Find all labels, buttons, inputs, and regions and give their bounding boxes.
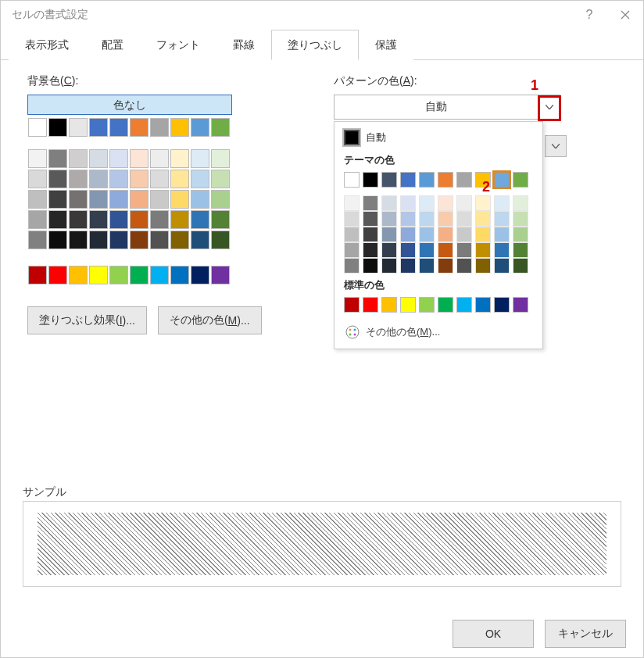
theme-tint-swatch[interactable] — [381, 211, 397, 227]
color-swatch[interactable] — [69, 149, 88, 168]
theme-tint-swatch[interactable] — [513, 195, 528, 211]
color-swatch[interactable] — [69, 118, 88, 137]
theme-tint-swatch[interactable] — [419, 258, 435, 274]
color-swatch[interactable] — [150, 149, 169, 168]
color-swatch[interactable] — [130, 149, 148, 168]
automatic-color-option[interactable]: 自動 — [344, 130, 533, 145]
theme-tint-swatch[interactable] — [400, 195, 416, 211]
theme-tint-swatch[interactable] — [513, 258, 528, 274]
color-swatch[interactable] — [150, 170, 169, 188]
theme-tint-swatch[interactable] — [438, 242, 453, 258]
more-colors-button[interactable]: その他の色(M)... — [158, 306, 262, 334]
color-swatch[interactable] — [170, 170, 189, 188]
standard-color-swatch[interactable] — [344, 297, 360, 313]
theme-tint-swatch[interactable] — [438, 195, 453, 211]
close-icon[interactable] — [607, 1, 643, 29]
theme-tint-swatch[interactable] — [363, 258, 378, 274]
theme-tint-swatch[interactable] — [381, 227, 397, 242]
color-swatch[interactable] — [150, 190, 169, 209]
color-swatch[interactable] — [150, 118, 169, 137]
theme-tint-swatch[interactable] — [475, 242, 491, 258]
color-swatch[interactable] — [48, 231, 67, 249]
color-swatch[interactable] — [150, 231, 169, 249]
color-swatch[interactable] — [69, 190, 88, 209]
color-swatch[interactable] — [28, 190, 47, 209]
standard-color-swatch[interactable] — [363, 297, 378, 313]
color-swatch[interactable] — [170, 190, 189, 209]
color-swatch[interactable] — [48, 210, 67, 229]
color-swatch[interactable] — [109, 170, 128, 188]
pattern-style-dropdown-button[interactable] — [545, 135, 567, 157]
color-swatch[interactable] — [28, 118, 47, 137]
color-swatch[interactable] — [191, 118, 209, 137]
theme-color-swatch[interactable] — [513, 172, 528, 188]
color-swatch[interactable] — [48, 149, 67, 168]
standard-color-swatch[interactable] — [69, 266, 88, 284]
theme-tint-swatch[interactable] — [419, 242, 435, 258]
theme-tint-swatch[interactable] — [400, 227, 416, 242]
color-swatch[interactable] — [150, 210, 169, 229]
color-swatch[interactable] — [28, 170, 47, 188]
theme-tint-swatch[interactable] — [494, 258, 510, 274]
color-swatch[interactable] — [89, 149, 108, 168]
tab-alignment[interactable]: 配置 — [85, 30, 140, 60]
theme-color-swatch[interactable] — [381, 172, 397, 188]
color-swatch[interactable] — [109, 190, 128, 209]
standard-color-swatch[interactable] — [191, 266, 209, 284]
standard-color-swatch[interactable] — [400, 297, 416, 313]
theme-tint-swatch[interactable] — [456, 195, 472, 211]
theme-color-swatch[interactable] — [494, 172, 510, 188]
tab-fill[interactable]: 塗りつぶし — [271, 30, 359, 60]
color-swatch[interactable] — [170, 210, 189, 229]
color-swatch[interactable] — [170, 231, 189, 249]
theme-tint-swatch[interactable] — [419, 211, 435, 227]
theme-tint-swatch[interactable] — [363, 195, 378, 211]
theme-tint-swatch[interactable] — [381, 242, 397, 258]
theme-tint-swatch[interactable] — [400, 211, 416, 227]
theme-tint-swatch[interactable] — [456, 258, 472, 274]
color-swatch[interactable] — [191, 190, 209, 209]
theme-color-swatch[interactable] — [419, 172, 435, 188]
theme-color-swatch[interactable] — [363, 172, 378, 188]
color-swatch[interactable] — [89, 231, 108, 249]
standard-color-swatch[interactable] — [211, 266, 230, 284]
color-swatch[interactable] — [211, 118, 230, 137]
theme-tint-swatch[interactable] — [456, 227, 472, 242]
theme-tint-swatch[interactable] — [513, 227, 528, 242]
theme-tint-swatch[interactable] — [456, 242, 472, 258]
standard-color-swatch[interactable] — [170, 266, 189, 284]
standard-color-swatch[interactable] — [513, 297, 528, 313]
theme-tint-swatch[interactable] — [513, 211, 528, 227]
theme-tint-swatch[interactable] — [344, 258, 360, 274]
color-swatch[interactable] — [170, 149, 189, 168]
theme-tint-swatch[interactable] — [494, 242, 510, 258]
theme-color-swatch[interactable] — [344, 172, 360, 188]
theme-tint-swatch[interactable] — [363, 227, 378, 242]
theme-tint-swatch[interactable] — [456, 211, 472, 227]
theme-tint-swatch[interactable] — [381, 195, 397, 211]
theme-tint-swatch[interactable] — [494, 211, 510, 227]
theme-tint-swatch[interactable] — [438, 227, 453, 242]
standard-color-swatch[interactable] — [494, 297, 510, 313]
pattern-color-select[interactable]: 自動 — [334, 95, 560, 120]
theme-tint-swatch[interactable] — [400, 242, 416, 258]
theme-color-swatch[interactable] — [438, 172, 453, 188]
standard-color-swatch[interactable] — [456, 297, 472, 313]
standard-color-swatch[interactable] — [48, 266, 67, 284]
color-swatch[interactable] — [48, 118, 67, 137]
theme-tint-swatch[interactable] — [438, 258, 453, 274]
color-swatch[interactable] — [109, 149, 128, 168]
color-swatch[interactable] — [69, 231, 88, 249]
color-swatch[interactable] — [130, 210, 148, 229]
theme-color-swatch[interactable] — [456, 172, 472, 188]
color-swatch[interactable] — [191, 210, 209, 229]
theme-tint-swatch[interactable] — [475, 227, 491, 242]
color-swatch[interactable] — [28, 210, 47, 229]
theme-tint-swatch[interactable] — [494, 195, 510, 211]
theme-tint-swatch[interactable] — [344, 242, 360, 258]
color-swatch[interactable] — [89, 190, 108, 209]
cancel-button[interactable]: キャンセル — [545, 620, 626, 648]
color-swatch[interactable] — [89, 210, 108, 229]
standard-color-swatch[interactable] — [438, 297, 453, 313]
tab-display[interactable]: 表示形式 — [9, 30, 85, 60]
